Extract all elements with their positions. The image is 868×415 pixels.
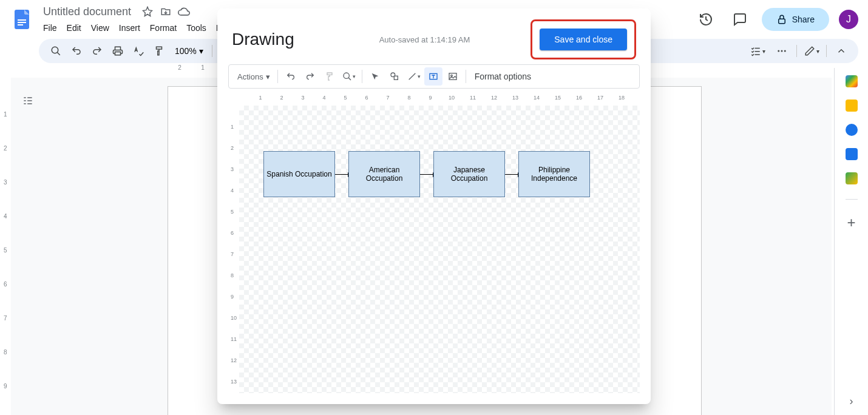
ruler-tick: 7 (231, 251, 234, 257)
toolbar-separator (277, 70, 278, 83)
ruler-tick: 18 (619, 95, 625, 101)
paint-format-icon[interactable] (320, 67, 339, 86)
ruler-tick: 8 (407, 95, 410, 101)
arrow-connector[interactable] (335, 174, 348, 175)
image-tool-icon[interactable] (444, 67, 462, 86)
dialog-header: Drawing Auto-saved at 1:14:19 AM Save an… (217, 8, 651, 64)
ruler-tick: 12 (491, 95, 497, 101)
ruler-tick: 15 (555, 95, 561, 101)
drawing-canvas-area: 1 2 3 4 5 6 7 8 9 10 11 12 13 14 15 16 1… (228, 95, 640, 393)
ruler-tick: 12 (231, 357, 237, 363)
ruler-tick: 9 (429, 95, 432, 101)
svg-point-15 (450, 75, 452, 76)
drawing-ruler-vertical: 1 2 3 4 5 6 7 8 9 10 11 12 13 14 (228, 106, 239, 393)
ruler-tick: 10 (231, 315, 237, 321)
ruler-tick: 11 (231, 336, 237, 342)
chevron-down-icon: ▾ (353, 73, 356, 79)
ruler-tick: 3 (231, 166, 234, 172)
actions-menu[interactable]: Actions▾ (234, 70, 274, 84)
zoom-tool-icon[interactable]: ▾ (340, 67, 358, 86)
redo-icon[interactable] (301, 67, 319, 86)
save-close-focus-ring: Save and close (531, 19, 636, 59)
ruler-tick: 1 (231, 124, 234, 130)
modal-backdrop: Drawing Auto-saved at 1:14:19 AM Save an… (0, 0, 868, 415)
dialog-title: Drawing (232, 30, 294, 49)
svg-point-10 (344, 73, 349, 78)
arrow-connector[interactable] (420, 174, 433, 175)
undo-icon[interactable] (282, 67, 300, 86)
drawing-canvas[interactable]: Spanish Occupation American Occupation J… (239, 106, 640, 393)
ruler-tick: 4 (231, 187, 234, 194)
ruler-tick: 5 (231, 209, 234, 215)
ruler-tick: 4 (322, 95, 325, 101)
format-options-button[interactable]: Format options (470, 69, 536, 84)
ruler-tick: 16 (576, 95, 582, 101)
ruler-tick: 5 (344, 95, 347, 101)
ruler-tick: 2 (231, 145, 234, 151)
select-tool-icon[interactable] (366, 67, 384, 86)
toolbar-separator (362, 70, 362, 83)
ruler-tick: 11 (470, 95, 476, 101)
actions-label: Actions (237, 72, 263, 81)
save-and-close-button[interactable]: Save and close (540, 29, 627, 50)
drawing-dialog: Drawing Auto-saved at 1:14:19 AM Save an… (217, 8, 651, 404)
flowchart-box[interactable]: American Occupation (348, 151, 420, 197)
chevron-down-icon: ▾ (266, 72, 270, 81)
toolbar-separator (466, 70, 466, 83)
chevron-down-icon: ▾ (418, 73, 421, 79)
ruler-tick: 17 (597, 95, 603, 101)
ruler-tick: 13 (231, 379, 237, 385)
textbox-tool-icon[interactable] (424, 67, 442, 86)
ruler-tick: 6 (365, 95, 368, 101)
ruler-tick: 10 (449, 95, 455, 101)
drawing-toolbar: Actions▾ ▾ ▾ Format options (228, 64, 640, 89)
ruler-tick: 1 (259, 95, 262, 101)
line-tool-icon[interactable]: ▾ (405, 67, 423, 86)
flowchart-box[interactable]: Japanese Occupation (433, 151, 505, 197)
ruler-tick: 14 (534, 95, 540, 101)
ruler-tick: 13 (512, 95, 518, 101)
ruler-tick: 2 (280, 95, 283, 101)
flowchart-box[interactable]: Philippine Independence (518, 151, 590, 197)
ruler-tick: 7 (386, 95, 389, 101)
svg-rect-12 (394, 76, 398, 79)
shape-tool-icon[interactable] (385, 67, 404, 86)
arrow-connector[interactable] (505, 174, 518, 175)
flowchart-box[interactable]: Spanish Occupation (263, 151, 335, 197)
autosave-status: Auto-saved at 1:14:19 AM (379, 35, 470, 44)
drawing-ruler-horizontal: 1 2 3 4 5 6 7 8 9 10 11 12 13 14 15 16 1… (228, 95, 640, 106)
ruler-tick: 3 (301, 95, 304, 101)
ruler-tick: 9 (231, 294, 234, 300)
ruler-tick: 8 (231, 272, 234, 278)
ruler-tick: 6 (231, 230, 234, 236)
